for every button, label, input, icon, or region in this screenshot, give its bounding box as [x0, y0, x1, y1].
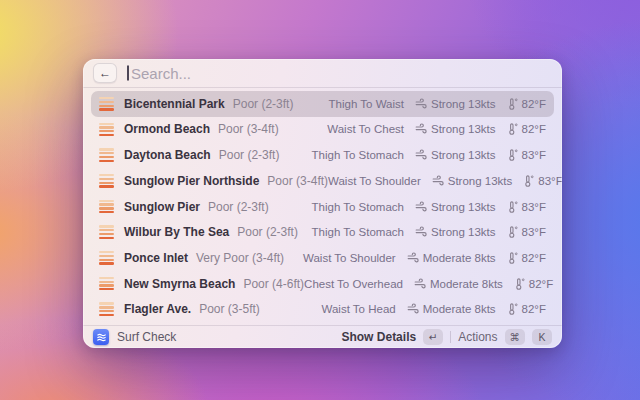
- temp-label: 82°F: [522, 303, 546, 315]
- footer-separator: [450, 331, 451, 343]
- row-accessories: Thigh To Stomach Strong 13kts 83°F: [312, 226, 546, 238]
- wind-label: Moderate 8kts: [423, 303, 496, 315]
- thermometer-icon: [507, 123, 518, 135]
- app-name-label: Surf Check: [117, 330, 176, 344]
- surf-height-label: Waist To Head: [322, 303, 396, 315]
- wind-group: Moderate 8kts: [407, 252, 496, 264]
- wind-group: Strong 13kts: [415, 149, 496, 161]
- thermometer-icon: [507, 201, 518, 213]
- spot-name: New Smyrna Beach: [124, 277, 235, 291]
- row-accessories: Waist To Shoulder Moderate 8kts 82°F: [303, 252, 546, 264]
- temp-group: 82°F: [507, 98, 546, 110]
- thermometer-icon: [514, 278, 525, 290]
- back-arrow-icon: ←: [99, 67, 111, 79]
- temp-label: 83°F: [522, 201, 546, 213]
- spot-name: Daytona Beach: [124, 148, 211, 162]
- spot-rating: Poor (3-4ft): [267, 174, 328, 188]
- spot-rating: Poor (3-4ft): [218, 122, 279, 136]
- surf-quality-icon: [99, 251, 114, 265]
- result-row[interactable]: Wilbur By The Sea Poor (2-3ft) Thigh To …: [91, 219, 554, 245]
- wind-label: Strong 13kts: [431, 123, 496, 135]
- spot-name: Sunglow Pier: [124, 200, 200, 214]
- surf-height-label: Thigh To Stomach: [312, 201, 404, 213]
- back-button[interactable]: ←: [93, 63, 117, 83]
- spot-name: Bicentennial Park: [124, 97, 225, 111]
- search-field-wrap: [126, 59, 552, 87]
- show-details-button[interactable]: Show Details: [341, 330, 416, 344]
- spot-name: Flagler Ave.: [124, 302, 191, 316]
- result-row[interactable]: New Smyrna Beach Poor (4-6ft) Chest To O…: [91, 271, 554, 297]
- search-bar: ←: [83, 59, 562, 87]
- wind-group: Moderate 8kts: [414, 278, 503, 290]
- result-row[interactable]: Bicentennial Park Poor (2-3ft) Thigh To …: [91, 91, 554, 117]
- results-list[interactable]: Bicentennial Park Poor (2-3ft) Thigh To …: [83, 88, 562, 325]
- surf-height-label: Waist To Chest: [327, 123, 404, 135]
- wind-icon: [415, 98, 427, 110]
- surf-quality-icon: [99, 302, 114, 316]
- result-row[interactable]: Daytona Beach Poor (2-3ft) Thigh To Stom…: [91, 142, 554, 168]
- wind-icon: [432, 175, 444, 187]
- thermometer-icon: [507, 226, 518, 238]
- wind-group: Strong 13kts: [415, 123, 496, 135]
- surf-quality-icon: [99, 277, 114, 291]
- result-row[interactable]: Sunglow Pier Poor (2-3ft) Thigh To Stoma…: [91, 194, 554, 220]
- spot-rating: Poor (3-5ft): [199, 302, 260, 316]
- spot-rating: Poor (2-3ft): [233, 97, 294, 111]
- wind-group: Strong 13kts: [432, 175, 513, 187]
- thermometer-icon: [507, 252, 518, 264]
- spot-name: Ormond Beach: [124, 122, 210, 136]
- wind-icon: [415, 123, 427, 135]
- temp-group: 82°F: [514, 278, 553, 290]
- spot-name: Wilbur By The Sea: [124, 225, 229, 239]
- enter-key-badge: ↵: [423, 329, 443, 345]
- surf-height-label: Chest To Overhead: [304, 278, 403, 290]
- launcher-window: ← Bicentennial Park Poor (2-3ft) Thigh T…: [83, 59, 562, 348]
- temp-group: 83°F: [507, 201, 546, 213]
- k-key-badge: K: [532, 329, 552, 345]
- wind-label: Moderate 8kts: [423, 252, 496, 264]
- wind-icon: [407, 303, 419, 315]
- spot-rating: Very Poor (3-4ft): [196, 251, 284, 265]
- temp-group: 82°F: [507, 252, 546, 264]
- row-accessories: Waist To Chest Strong 13kts 82°F: [327, 123, 546, 135]
- temp-label: 82°F: [522, 123, 546, 135]
- footer-bar: Surf Check Show Details ↵ Actions ⌘ K: [83, 326, 562, 348]
- row-accessories: Thigh To Stomach Strong 13kts 83°F: [312, 201, 546, 213]
- surf-height-label: Waist To Shoulder: [328, 175, 421, 187]
- row-accessories: Thigh To Stomach Strong 13kts 83°F: [312, 149, 546, 161]
- text-caret: [127, 66, 129, 81]
- spot-rating: Poor (2-3ft): [208, 200, 269, 214]
- search-input[interactable]: [126, 65, 552, 82]
- wind-label: Strong 13kts: [431, 149, 496, 161]
- wind-icon: [415, 226, 427, 238]
- waves-icon: [96, 332, 107, 343]
- thermometer-icon: [507, 98, 518, 110]
- surf-quality-icon: [99, 225, 114, 239]
- temp-label: 82°F: [522, 252, 546, 264]
- spot-name: Ponce Inlet: [124, 251, 188, 265]
- cmd-key-badge: ⌘: [505, 329, 526, 345]
- result-row[interactable]: Sunglow Pier Northside Poor (3-4ft) Wais…: [91, 168, 554, 194]
- result-row[interactable]: Ormond Beach Poor (3-4ft) Waist To Chest…: [91, 117, 554, 143]
- temp-label: 82°F: [522, 98, 546, 110]
- temp-group: 83°F: [507, 149, 546, 161]
- wind-group: Strong 13kts: [415, 98, 496, 110]
- result-row[interactable]: Ponce Inlet Very Poor (3-4ft) Waist To S…: [91, 245, 554, 271]
- temp-label: 83°F: [538, 175, 562, 187]
- wind-icon: [407, 252, 419, 264]
- result-row[interactable]: Flagler Ave. Poor (3-5ft) Waist To Head …: [91, 297, 554, 323]
- thermometer-icon: [507, 149, 518, 161]
- wind-label: Strong 13kts: [448, 175, 513, 187]
- temp-label: 83°F: [522, 149, 546, 161]
- temp-label: 83°F: [522, 226, 546, 238]
- spot-rating: Poor (2-3ft): [219, 148, 280, 162]
- surf-height-label: Thigh To Stomach: [312, 226, 404, 238]
- thermometer-icon: [523, 175, 534, 187]
- surf-height-label: Thigh To Stomach: [312, 149, 404, 161]
- row-accessories: Waist To Shoulder Strong 13kts 83°F: [328, 175, 562, 187]
- row-accessories: Chest To Overhead Moderate 8kts 82°F: [304, 278, 553, 290]
- actions-button[interactable]: Actions: [458, 330, 497, 344]
- wind-icon: [414, 278, 426, 290]
- wind-label: Strong 13kts: [431, 98, 496, 110]
- surf-height-label: Waist To Shoulder: [303, 252, 396, 264]
